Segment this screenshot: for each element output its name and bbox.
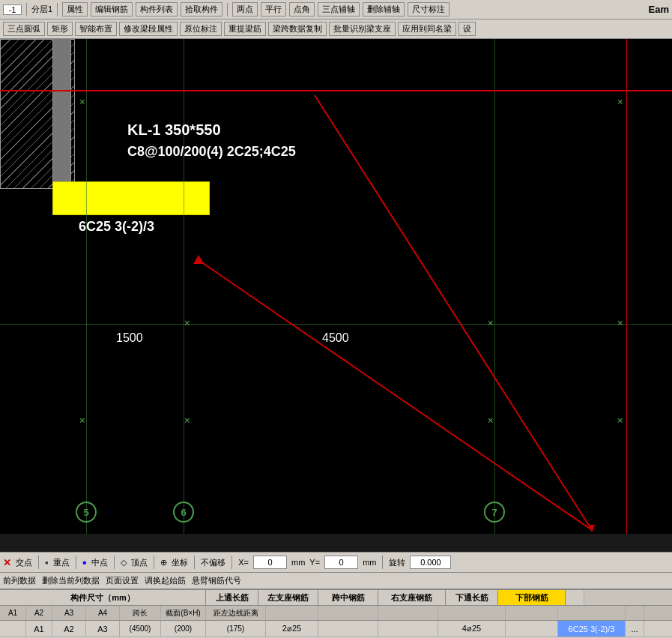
mid-dot-icon: ● — [82, 558, 88, 567]
subheader-midspan2 — [378, 606, 438, 620]
cell-a2: A1 — [26, 621, 52, 637]
rotate-label: 旋转 — [389, 557, 405, 568]
y-input[interactable] — [324, 556, 358, 569]
crosshair-h1 — [0, 324, 672, 325]
header-right-seat: 右支座钢筋 — [378, 590, 446, 605]
separator-status2 — [76, 556, 76, 569]
toolbar-separator1 — [26, 3, 27, 16]
svg-line-2 — [199, 260, 592, 530]
header-up-tong: 上通长筋 — [206, 590, 258, 605]
node-marker-6: 6 — [173, 502, 194, 523]
vertex-icon: ◇ — [121, 558, 127, 568]
subheader-dist: 距左边线距离 — [206, 606, 266, 620]
x-input[interactable] — [253, 556, 287, 569]
cell-leftseat — [318, 621, 378, 637]
subheader-lowrebar2 — [558, 606, 626, 620]
cross-x-icon: ✕ — [3, 557, 11, 568]
crosshair-v2 — [184, 39, 184, 534]
canvas-area: KL-1 350*550 C8@100/200(4) 2C25;4C25 6C2… — [0, 39, 672, 534]
tick-low-right: + — [613, 413, 627, 427]
subheader-section: 截面(B×H) — [161, 606, 206, 620]
tick-low-left2: + — [180, 413, 194, 427]
svg-marker-4 — [193, 255, 204, 264]
tick-mid-left3: + — [483, 316, 497, 330]
beam-label-line1: KL-1 350*550 — [127, 121, 221, 139]
subheader-span: 跨长 — [120, 606, 161, 620]
red-border-right — [626, 39, 627, 534]
dim-label-button[interactable]: 尺寸标注 — [408, 2, 449, 16]
status-bar: ✕ 交点 ▪ 重点 ● 中点 ◇ 顶点 ⊕ 坐标 不偏移 X= mm Y= mm… — [0, 552, 672, 573]
toolbar-top: -1 分层1 属性 编辑钢筋 构件列表 拾取构件 两点 平行 点角 三点辅轴 删… — [0, 0, 672, 19]
delete-axis-button[interactable]: 删除辅轴 — [363, 2, 405, 16]
three-arc-button[interactable]: 三点圆弧 — [3, 22, 45, 36]
cell-uptong: 2⌀25 — [266, 621, 318, 637]
dim-label-4500: 4500 — [322, 331, 349, 345]
repick-beam-button[interactable]: 重提梁筋 — [224, 22, 266, 36]
x-label: X= — [238, 558, 249, 567]
rebar-label: 6C25 3(-2)/3 — [79, 219, 154, 235]
pick-component-button[interactable]: 拾取构件 — [181, 2, 223, 16]
edit-rebar-button[interactable]: 编辑钢筋 — [91, 2, 133, 16]
vertex-label: 顶点 — [131, 557, 148, 568]
coord-icon: ⊕ — [160, 558, 167, 568]
header-low-rebar: 下部钢筋 — [498, 590, 566, 605]
tick-low-left3: + — [483, 413, 497, 427]
property-button[interactable]: 属性 — [62, 2, 88, 16]
tick-top-right: + — [613, 94, 627, 109]
cell-rightseat: 4⌀25 — [438, 621, 506, 637]
table-data-row1: A1 A2 A3 (4500) (200) (175) 2⌀25 4⌀25 6C… — [0, 621, 672, 637]
component-list-button[interactable]: 构件列表 — [136, 2, 178, 16]
subheader-rightseat2 — [438, 606, 506, 620]
angle-button[interactable]: 点角 — [289, 2, 315, 16]
bottom-menu: 前列数据 删除当前列数据 页面设置 调换起始筋 悬臂钢筋代号 — [0, 573, 672, 589]
separator-status6 — [231, 556, 232, 569]
mm-label1: mm — [291, 558, 305, 567]
node-marker-5: 5 — [76, 502, 97, 523]
copy-span-data-button[interactable]: 梁跨数据复制 — [268, 22, 327, 36]
header-left-seat: 左支座钢筋 — [258, 590, 318, 605]
cell-dist: (175) — [206, 621, 266, 637]
bottom-section: ✕ 交点 ▪ 重点 ● 中点 ◇ 顶点 ⊕ 坐标 不偏移 X= mm Y= mm… — [0, 552, 672, 638]
prev-list-data-item[interactable]: 前列数据 — [3, 575, 36, 586]
header-mid-span: 跨中钢筋 — [318, 590, 378, 605]
delete-current-item[interactable]: 删除当前列数据 — [42, 575, 100, 586]
svg-line-0 — [315, 95, 592, 530]
cell-more[interactable]: ... — [626, 621, 644, 637]
toolbar-second: 三点圆弧 矩形 智能布置 修改梁段属性 原位标注 重提梁筋 梁跨数据复制 批量识… — [0, 19, 672, 39]
apply-same-name-button[interactable]: 应用到同名梁 — [398, 22, 456, 36]
cell-a4: A3 — [86, 621, 120, 637]
rect-button[interactable]: 矩形 — [47, 22, 73, 36]
tick-mid-right: + — [613, 316, 627, 330]
page-settings-item[interactable]: 页面设置 — [106, 575, 139, 586]
mid-label: 中点 — [91, 557, 108, 568]
edit-span-prop-button[interactable]: 修改梁段属性 — [119, 22, 178, 36]
smart-place-button[interactable]: 智能布置 — [75, 22, 117, 36]
inplace-label-button[interactable]: 原位标注 — [180, 22, 222, 36]
tick-low-left: + — [75, 413, 89, 427]
batch-id-support-button[interactable]: 批量识别梁支座 — [329, 22, 396, 36]
sublayer-label: 分层1 — [31, 4, 52, 15]
toolbar-separator3 — [227, 3, 228, 16]
cell-lowrebar[interactable]: 6C25 3(-2)/3 — [558, 621, 626, 637]
separator-status4 — [154, 556, 154, 569]
y-label: Y= — [309, 558, 320, 567]
subheader-lowtong2 — [506, 606, 558, 620]
table-header-row1: 构件尺寸（mm） 上通长筋 左支座钢筋 跨中钢筋 右支座钢筋 下通长筋 下部钢筋 — [0, 589, 672, 606]
swap-start-rebar-item[interactable]: 调换起始筋 — [145, 575, 186, 586]
header-component-size: 构件尺寸（mm） — [0, 590, 206, 605]
noshift-label: 不偏移 — [201, 557, 225, 568]
settings-button[interactable]: 设 — [458, 22, 476, 36]
cell-a1 — [0, 621, 26, 637]
subheader-more2 — [626, 606, 644, 620]
eam-label: Eam — [649, 4, 669, 15]
rotate-input[interactable] — [410, 556, 451, 569]
toolbar-separator2 — [57, 3, 58, 16]
separator-status5 — [194, 556, 195, 569]
cantilever-code-item[interactable]: 悬臂钢筋代号 — [192, 575, 241, 586]
parallel-button[interactable]: 平行 — [261, 2, 286, 16]
two-point-button[interactable]: 两点 — [232, 2, 258, 16]
separator-status1 — [38, 556, 39, 569]
table-subheader-row: A1 A2 A3 A4 跨长 截面(B×H) 距左边线距离 — [0, 606, 672, 621]
three-point-axis-button[interactable]: 三点辅轴 — [318, 2, 360, 16]
mm-label2: mm — [363, 558, 376, 567]
